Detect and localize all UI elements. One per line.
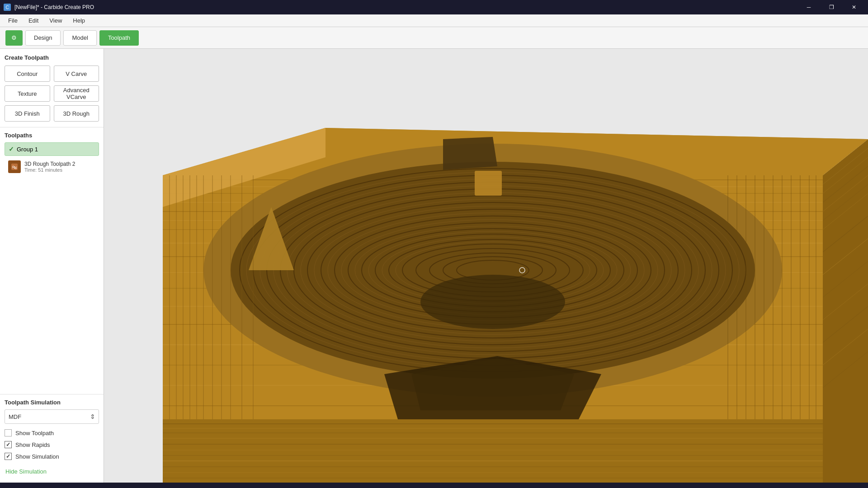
word-button[interactable]: W (83, 484, 102, 488)
close-button[interactable]: ✕ (844, 0, 864, 14)
show-rapids-row[interactable]: Show Rapids (5, 441, 99, 448)
menu-view[interactable]: View (45, 15, 66, 26)
content-area: Create Toolpath Contour V Carve Texture … (0, 49, 868, 483)
show-rapids-label: Show Rapids (15, 441, 50, 448)
app7-button[interactable] (123, 484, 142, 488)
create-toolpath-grid: Contour V Carve Texture Advanced VCarve … (5, 66, 99, 122)
texture-button[interactable]: Texture (5, 85, 50, 102)
taskbar-left: W X (4, 484, 301, 488)
task-view-button[interactable] (43, 484, 62, 488)
chrome-button[interactable] (203, 484, 222, 488)
file-explorer-button[interactable] (63, 484, 82, 488)
show-toolpath-row[interactable]: Show Toolpath (5, 429, 99, 436)
brave-button[interactable] (163, 484, 182, 488)
material-dropdown-wrap: MDF Pine Oak Aluminum ⇕ (5, 409, 99, 424)
terrain-svg (104, 49, 868, 483)
3d-finish-button[interactable]: 3D Finish (5, 105, 50, 122)
vcarve-button[interactable]: V Carve (54, 66, 99, 82)
contour-button[interactable]: Contour (5, 66, 50, 82)
search-button[interactable] (24, 484, 42, 488)
app10-button[interactable] (183, 484, 202, 488)
window-controls: ─ ❐ ✕ (798, 0, 864, 14)
gear-icon: ⚙ (11, 34, 17, 41)
titlebar: C [NewFile]* - Carbide Create PRO ─ ❐ ✕ (0, 0, 868, 14)
app8-button[interactable] (143, 484, 162, 488)
toolbar-row: ⚙ Design Model Toolpath (0, 27, 868, 49)
simulation-section: Toolpath Simulation MDF Pine Oak Aluminu… (0, 394, 104, 483)
create-toolpath-title: Create Toolpath (5, 54, 99, 61)
show-simulation-label: Show Simulation (15, 453, 59, 460)
show-toolpath-label: Show Toolpath (15, 430, 54, 436)
show-simulation-row[interactable]: Show Simulation (5, 453, 99, 460)
terrain-container (104, 49, 868, 483)
toolpaths-section: Toolpaths ✓ Group 1 3D Rough Toolpath (0, 127, 104, 394)
show-simulation-checkbox[interactable] (5, 453, 12, 460)
terrain-notch-top (443, 137, 497, 170)
restore-button[interactable]: ❐ (821, 0, 842, 14)
show-toolpath-checkbox[interactable] (5, 429, 12, 436)
menu-file[interactable]: File (4, 15, 22, 26)
app14-button[interactable] (262, 484, 281, 488)
simulation-title: Toolpath Simulation (5, 399, 99, 406)
window-title: [NewFile]* - Carbide Create PRO (14, 4, 94, 10)
app-content: ⚙ Design Model Toolpath Create Toolpath … (0, 27, 868, 483)
toolpath-time: Time: 51 minutes (24, 167, 75, 173)
model-button[interactable]: Model (63, 30, 96, 46)
group-label: Group 1 (17, 146, 38, 153)
toolpath-name: 3D Rough Toolpath 2 (24, 161, 75, 167)
menu-edit[interactable]: Edit (24, 15, 43, 26)
show-rapids-checkbox[interactable] (5, 441, 12, 448)
taskbar: W X (0, 483, 868, 488)
menubar: File Edit View Help (0, 14, 868, 27)
excel-button[interactable]: X (103, 484, 122, 488)
toolpath-info: 3D Rough Toolpath 2 Time: 51 minutes (24, 161, 75, 173)
start-button[interactable] (4, 484, 23, 488)
3d-rough-button[interactable]: 3D Rough (54, 105, 99, 122)
create-toolpath-section: Create Toolpath Contour V Carve Texture … (0, 49, 104, 127)
toolpath-group[interactable]: ✓ Group 1 (5, 142, 99, 156)
titlebar-left: C [NewFile]* - Carbide Create PRO (4, 4, 94, 11)
advanced-vcarve-button[interactable]: Advanced VCarve (54, 85, 99, 102)
app13-button[interactable] (242, 484, 261, 488)
toolpaths-title: Toolpaths (5, 132, 99, 139)
toolpath-button[interactable]: Toolpath (99, 30, 139, 46)
block-front-bottom (163, 419, 823, 483)
app12-button[interactable]: M (222, 484, 241, 488)
left-panel: Create Toolpath Contour V Carve Texture … (0, 49, 104, 483)
material-select[interactable]: MDF Pine Oak Aluminum (5, 409, 99, 424)
toolpath-item-icon (8, 160, 21, 173)
terrain-center-deep (420, 275, 565, 329)
menu-help[interactable]: Help (68, 15, 90, 26)
app15-button[interactable]: C (282, 484, 301, 488)
design-button[interactable]: Design (25, 30, 61, 46)
settings-button[interactable]: ⚙ (5, 30, 23, 46)
3d-viewport[interactable] (104, 49, 868, 483)
group-check-icon: ✓ (9, 145, 14, 153)
terrain-plateau (475, 171, 502, 196)
toolpath-item[interactable]: 3D Rough Toolpath 2 Time: 51 minutes (5, 158, 99, 176)
app-icon: C (4, 4, 11, 11)
minimize-button[interactable]: ─ (798, 0, 819, 14)
hide-simulation-button[interactable]: Hide Simulation (5, 465, 99, 478)
block-right (823, 139, 868, 483)
